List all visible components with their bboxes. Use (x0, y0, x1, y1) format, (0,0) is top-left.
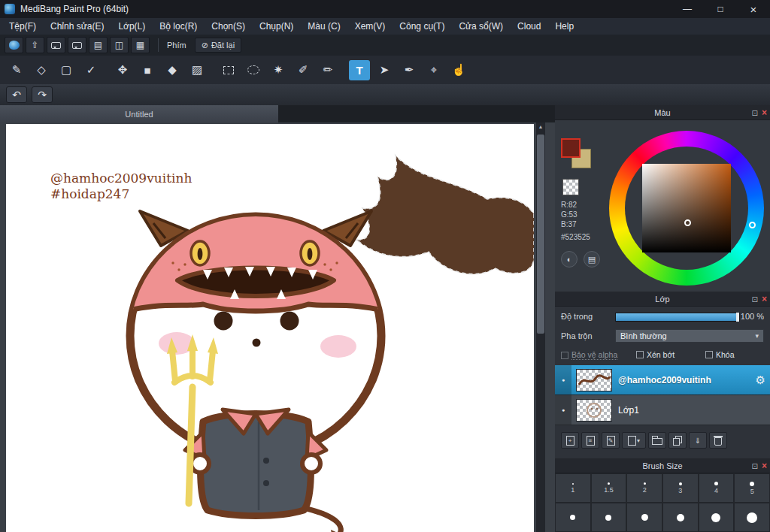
hue-marker[interactable] (749, 222, 756, 228)
move-tool-icon[interactable]: ✥ (112, 60, 133, 80)
blend-mode-select[interactable]: Bình thường ▾ (615, 329, 764, 343)
gradient-tool-icon[interactable]: ▨ (186, 60, 208, 80)
brush-size-cell[interactable] (591, 503, 627, 532)
menu-item-layer[interactable]: Lớp(L) (118, 21, 145, 32)
tab-untitled[interactable]: Untitled (0, 105, 278, 122)
eraser-tool-icon[interactable]: ◇ (31, 60, 52, 80)
fill-rect-tool-icon[interactable]: ■ (137, 60, 158, 80)
chat-button[interactable] (68, 37, 86, 53)
bat-drawing (356, 156, 534, 274)
delete-layer-button[interactable] (709, 432, 727, 449)
brush-size-cell[interactable]: 5 (734, 473, 770, 503)
popout-icon[interactable]: ⊡ (752, 109, 758, 117)
scrollbar-thumb[interactable] (537, 135, 544, 334)
eyedropper-tool-icon[interactable]: ⌖ (423, 60, 444, 80)
redo-button[interactable]: ↷ (32, 86, 53, 103)
canvas[interactable]: @hamhoc2009vuitinh #hoidap247 (6, 124, 534, 532)
popout-icon[interactable]: ⊡ (752, 462, 758, 470)
operation-tool-icon[interactable]: ➤ (374, 60, 395, 80)
select-eraser-tool-icon[interactable]: ✏ (317, 60, 338, 80)
paint-button[interactable] (5, 37, 23, 53)
brush-size-cell[interactable]: 4 (699, 473, 735, 503)
brush-size-cell[interactable] (662, 503, 699, 532)
menu-item-cloud[interactable]: Cloud (517, 21, 541, 32)
menu-item-filter[interactable]: Bộ lọc(R) (159, 21, 197, 32)
opacity-slider[interactable] (615, 313, 740, 322)
maximize-button[interactable]: □ (704, 0, 737, 18)
layer-row[interactable]: ● Lớp1 (555, 395, 770, 425)
opacity-slider-handle[interactable] (736, 313, 739, 322)
brush-size-cell[interactable]: 1 (555, 473, 591, 503)
menu-item-edit[interactable]: Chỉnh sửa(E) (50, 21, 104, 32)
brush-size-cell[interactable]: 1.5 (591, 473, 627, 503)
transparent-color-swatch[interactable] (562, 179, 579, 195)
layer-settings-button[interactable]: ⚙ (756, 373, 765, 387)
menu-item-help[interactable]: Help (555, 21, 574, 32)
palette-button[interactable]: ◐ (561, 251, 578, 268)
panel-close-icon[interactable]: × (762, 294, 767, 304)
polyline-tool-icon[interactable]: ✓ (80, 60, 102, 80)
document-button[interactable]: ▤ (89, 37, 108, 53)
pen-tool-icon[interactable]: ✒ (399, 60, 420, 80)
swatch-set-button[interactable]: ▤ (584, 251, 600, 268)
duplicate-layer-button[interactable] (668, 432, 687, 449)
new-8bit-layer-button[interactable]: ≡ (581, 432, 599, 449)
menu-item-window[interactable]: Cửa sổ(W) (459, 21, 503, 32)
brush-size-cell[interactable] (734, 503, 770, 532)
magic-wand-tool-icon[interactable]: ✷ (268, 60, 289, 80)
menu-item-file[interactable]: Tệp(F) (9, 21, 36, 32)
menu-item-view[interactable]: Xem(V) (355, 21, 386, 32)
merge-layer-button[interactable]: ⇓ (689, 432, 707, 449)
shape-tool-icon[interactable]: ▢ (56, 60, 77, 80)
canvas-vertical-scrollbar[interactable]: ▲ (536, 122, 545, 532)
grid-button[interactable]: ▦ (131, 37, 150, 53)
canvas-viewport: @hamhoc2009vuitinh #hoidap247 (0, 122, 555, 532)
undo-button[interactable]: ↶ (6, 86, 27, 103)
brush-size-cell[interactable]: 2 (626, 473, 662, 503)
foreground-color-swatch[interactable] (561, 138, 581, 158)
protect-alpha-checkbox[interactable]: Bảo vệ alpha (561, 350, 617, 360)
layer-thumbnail[interactable] (576, 399, 612, 422)
comment-button[interactable] (47, 37, 65, 53)
redo-icon: ↷ (38, 89, 47, 101)
upload-button[interactable]: ⇧ (26, 37, 44, 53)
brush-size-cell[interactable] (626, 503, 662, 532)
lock-checkbox[interactable]: Khóa (705, 350, 735, 359)
new-stencil-layer-button[interactable]: ✎ (602, 432, 620, 449)
layer-pen-icon: ✎ (607, 436, 615, 446)
panel-close-icon[interactable]: × (762, 461, 767, 471)
panel-close-icon[interactable]: × (762, 107, 767, 118)
color-panel-header: Màu ⊡ × (555, 105, 770, 120)
brush-size-cell[interactable] (555, 503, 591, 532)
brush-tool-icon[interactable]: ✎ (6, 60, 27, 80)
menu-item-select[interactable]: Chọn(S) (211, 21, 245, 32)
layer-row-active[interactable]: ● @hamhoc2009vuitinh ⚙ (555, 365, 770, 395)
popout-icon[interactable]: ⊡ (752, 295, 758, 304)
brush-size-cell[interactable]: 3 (662, 473, 699, 503)
close-button[interactable]: × (737, 0, 770, 18)
bucket-tool-icon[interactable]: ◆ (162, 60, 183, 80)
brush-size-cell[interactable] (699, 503, 735, 532)
scroll-up-icon[interactable]: ▲ (536, 124, 545, 129)
select-tool-icon[interactable] (218, 60, 239, 80)
layer-visibility-toggle[interactable]: ● (555, 395, 571, 425)
text-tool-icon[interactable]: T (349, 60, 370, 80)
clipping-checkbox[interactable]: Xén bớt (636, 350, 675, 359)
new-layer-button[interactable]: + (561, 432, 579, 449)
add-layer-dropdown-button[interactable]: ▾ (622, 432, 646, 449)
sv-marker[interactable] (684, 219, 691, 226)
lasso-tool-icon[interactable] (243, 60, 264, 80)
new-folder-button[interactable] (648, 432, 666, 449)
menu-item-color[interactable]: Màu (C) (308, 21, 340, 32)
layout-button[interactable]: ◫ (110, 37, 129, 53)
reset-button[interactable]: ⊘ Đặt lại (195, 38, 241, 53)
hand-tool-icon[interactable]: ☝ (448, 60, 469, 80)
select-pen-tool-icon[interactable]: ✐ (293, 60, 314, 80)
menu-item-snap[interactable]: Chụp(N) (259, 21, 293, 32)
color-wheel[interactable] (609, 131, 764, 286)
minimize-button[interactable]: — (671, 0, 704, 18)
layer-thumbnail[interactable] (576, 369, 612, 391)
saturation-value-square[interactable] (642, 164, 731, 252)
menu-item-tools[interactable]: Công cụ(T) (399, 21, 444, 32)
layer-visibility-toggle[interactable]: ● (555, 365, 571, 394)
